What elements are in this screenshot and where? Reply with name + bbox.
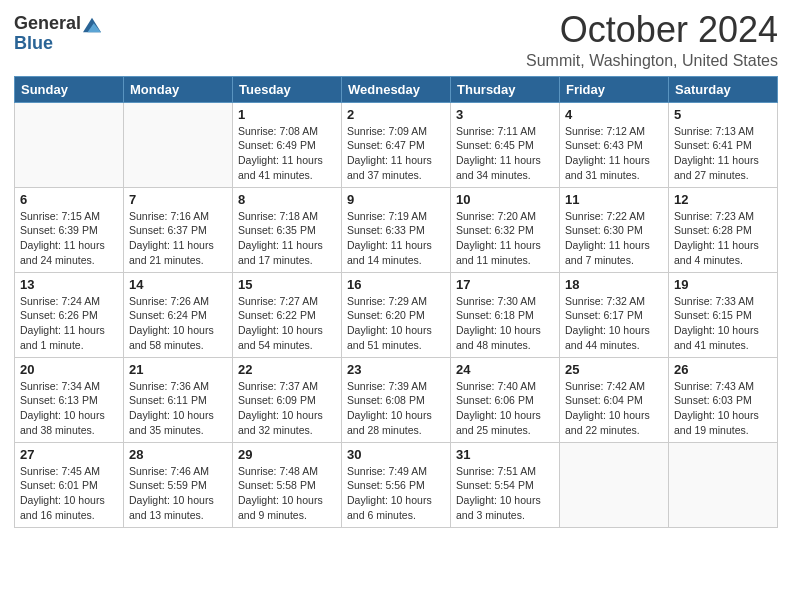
calendar-day-cell: 5Sunrise: 7:13 AMSunset: 6:41 PMDaylight… — [669, 102, 778, 187]
calendar-day-cell: 21Sunrise: 7:36 AMSunset: 6:11 PMDayligh… — [124, 357, 233, 442]
weekday-header: Thursday — [451, 76, 560, 102]
calendar-day-cell: 1Sunrise: 7:08 AMSunset: 6:49 PMDaylight… — [233, 102, 342, 187]
day-number: 15 — [238, 277, 336, 292]
calendar-day-cell: 27Sunrise: 7:45 AMSunset: 6:01 PMDayligh… — [15, 442, 124, 527]
day-number: 29 — [238, 447, 336, 462]
calendar-day-cell: 13Sunrise: 7:24 AMSunset: 6:26 PMDayligh… — [15, 272, 124, 357]
month-title: October 2024 — [526, 10, 778, 50]
weekday-header: Friday — [560, 76, 669, 102]
calendar-day-cell: 11Sunrise: 7:22 AMSunset: 6:30 PMDayligh… — [560, 187, 669, 272]
weekday-header: Sunday — [15, 76, 124, 102]
day-info: Sunrise: 7:23 AMSunset: 6:28 PMDaylight:… — [674, 209, 772, 268]
day-number: 9 — [347, 192, 445, 207]
day-info: Sunrise: 7:24 AMSunset: 6:26 PMDaylight:… — [20, 294, 118, 353]
calendar-day-cell: 24Sunrise: 7:40 AMSunset: 6:06 PMDayligh… — [451, 357, 560, 442]
day-number: 31 — [456, 447, 554, 462]
calendar-week-row: 27Sunrise: 7:45 AMSunset: 6:01 PMDayligh… — [15, 442, 778, 527]
day-info: Sunrise: 7:30 AMSunset: 6:18 PMDaylight:… — [456, 294, 554, 353]
calendar-day-cell: 14Sunrise: 7:26 AMSunset: 6:24 PMDayligh… — [124, 272, 233, 357]
day-info: Sunrise: 7:46 AMSunset: 5:59 PMDaylight:… — [129, 464, 227, 523]
logo-icon — [83, 16, 101, 34]
calendar-day-cell: 23Sunrise: 7:39 AMSunset: 6:08 PMDayligh… — [342, 357, 451, 442]
day-number: 10 — [456, 192, 554, 207]
calendar-week-row: 6Sunrise: 7:15 AMSunset: 6:39 PMDaylight… — [15, 187, 778, 272]
day-info: Sunrise: 7:26 AMSunset: 6:24 PMDaylight:… — [129, 294, 227, 353]
calendar-day-cell: 16Sunrise: 7:29 AMSunset: 6:20 PMDayligh… — [342, 272, 451, 357]
day-number: 2 — [347, 107, 445, 122]
calendar-day-cell: 3Sunrise: 7:11 AMSunset: 6:45 PMDaylight… — [451, 102, 560, 187]
day-number: 27 — [20, 447, 118, 462]
day-number: 25 — [565, 362, 663, 377]
calendar-day-cell: 7Sunrise: 7:16 AMSunset: 6:37 PMDaylight… — [124, 187, 233, 272]
day-number: 14 — [129, 277, 227, 292]
day-info: Sunrise: 7:08 AMSunset: 6:49 PMDaylight:… — [238, 124, 336, 183]
weekday-header: Monday — [124, 76, 233, 102]
weekday-header: Tuesday — [233, 76, 342, 102]
calendar-week-row: 20Sunrise: 7:34 AMSunset: 6:13 PMDayligh… — [15, 357, 778, 442]
day-info: Sunrise: 7:34 AMSunset: 6:13 PMDaylight:… — [20, 379, 118, 438]
calendar-week-row: 13Sunrise: 7:24 AMSunset: 6:26 PMDayligh… — [15, 272, 778, 357]
day-number: 16 — [347, 277, 445, 292]
calendar-day-cell: 20Sunrise: 7:34 AMSunset: 6:13 PMDayligh… — [15, 357, 124, 442]
calendar-day-cell: 9Sunrise: 7:19 AMSunset: 6:33 PMDaylight… — [342, 187, 451, 272]
logo-general: General — [14, 14, 81, 34]
calendar-day-cell: 4Sunrise: 7:12 AMSunset: 6:43 PMDaylight… — [560, 102, 669, 187]
weekday-header: Wednesday — [342, 76, 451, 102]
calendar-day-cell: 31Sunrise: 7:51 AMSunset: 5:54 PMDayligh… — [451, 442, 560, 527]
calendar-day-cell: 22Sunrise: 7:37 AMSunset: 6:09 PMDayligh… — [233, 357, 342, 442]
day-number: 22 — [238, 362, 336, 377]
day-info: Sunrise: 7:32 AMSunset: 6:17 PMDaylight:… — [565, 294, 663, 353]
day-number: 8 — [238, 192, 336, 207]
day-info: Sunrise: 7:09 AMSunset: 6:47 PMDaylight:… — [347, 124, 445, 183]
day-info: Sunrise: 7:49 AMSunset: 5:56 PMDaylight:… — [347, 464, 445, 523]
header: General Blue October 2024 Summit, Washin… — [14, 10, 778, 70]
day-info: Sunrise: 7:33 AMSunset: 6:15 PMDaylight:… — [674, 294, 772, 353]
day-number: 20 — [20, 362, 118, 377]
calendar-table: SundayMondayTuesdayWednesdayThursdayFrid… — [14, 76, 778, 528]
day-info: Sunrise: 7:29 AMSunset: 6:20 PMDaylight:… — [347, 294, 445, 353]
day-number: 7 — [129, 192, 227, 207]
logo-text: General Blue — [14, 14, 101, 54]
day-info: Sunrise: 7:15 AMSunset: 6:39 PMDaylight:… — [20, 209, 118, 268]
calendar-day-cell: 28Sunrise: 7:46 AMSunset: 5:59 PMDayligh… — [124, 442, 233, 527]
day-number: 19 — [674, 277, 772, 292]
calendar-day-cell: 10Sunrise: 7:20 AMSunset: 6:32 PMDayligh… — [451, 187, 560, 272]
title-block: October 2024 Summit, Washington, United … — [526, 10, 778, 70]
day-number: 5 — [674, 107, 772, 122]
day-number: 21 — [129, 362, 227, 377]
calendar-day-cell: 6Sunrise: 7:15 AMSunset: 6:39 PMDaylight… — [15, 187, 124, 272]
calendar-day-cell: 17Sunrise: 7:30 AMSunset: 6:18 PMDayligh… — [451, 272, 560, 357]
calendar-day-cell — [560, 442, 669, 527]
day-number: 1 — [238, 107, 336, 122]
day-number: 28 — [129, 447, 227, 462]
location-title: Summit, Washington, United States — [526, 52, 778, 70]
day-number: 3 — [456, 107, 554, 122]
day-info: Sunrise: 7:18 AMSunset: 6:35 PMDaylight:… — [238, 209, 336, 268]
day-info: Sunrise: 7:12 AMSunset: 6:43 PMDaylight:… — [565, 124, 663, 183]
calendar-day-cell: 25Sunrise: 7:42 AMSunset: 6:04 PMDayligh… — [560, 357, 669, 442]
calendar-day-cell — [15, 102, 124, 187]
calendar-day-cell — [669, 442, 778, 527]
calendar-day-cell: 8Sunrise: 7:18 AMSunset: 6:35 PMDaylight… — [233, 187, 342, 272]
day-info: Sunrise: 7:45 AMSunset: 6:01 PMDaylight:… — [20, 464, 118, 523]
day-info: Sunrise: 7:13 AMSunset: 6:41 PMDaylight:… — [674, 124, 772, 183]
day-info: Sunrise: 7:22 AMSunset: 6:30 PMDaylight:… — [565, 209, 663, 268]
day-info: Sunrise: 7:16 AMSunset: 6:37 PMDaylight:… — [129, 209, 227, 268]
weekday-header: Saturday — [669, 76, 778, 102]
calendar-day-cell: 15Sunrise: 7:27 AMSunset: 6:22 PMDayligh… — [233, 272, 342, 357]
calendar-day-cell: 18Sunrise: 7:32 AMSunset: 6:17 PMDayligh… — [560, 272, 669, 357]
day-number: 6 — [20, 192, 118, 207]
day-info: Sunrise: 7:40 AMSunset: 6:06 PMDaylight:… — [456, 379, 554, 438]
day-number: 30 — [347, 447, 445, 462]
logo-blue: Blue — [14, 34, 101, 54]
day-number: 24 — [456, 362, 554, 377]
calendar-day-cell: 2Sunrise: 7:09 AMSunset: 6:47 PMDaylight… — [342, 102, 451, 187]
day-info: Sunrise: 7:27 AMSunset: 6:22 PMDaylight:… — [238, 294, 336, 353]
calendar-day-cell — [124, 102, 233, 187]
page-container: General Blue October 2024 Summit, Washin… — [0, 0, 792, 542]
day-number: 13 — [20, 277, 118, 292]
calendar-day-cell: 26Sunrise: 7:43 AMSunset: 6:03 PMDayligh… — [669, 357, 778, 442]
logo: General Blue — [14, 10, 101, 54]
day-number: 26 — [674, 362, 772, 377]
calendar-day-cell: 12Sunrise: 7:23 AMSunset: 6:28 PMDayligh… — [669, 187, 778, 272]
